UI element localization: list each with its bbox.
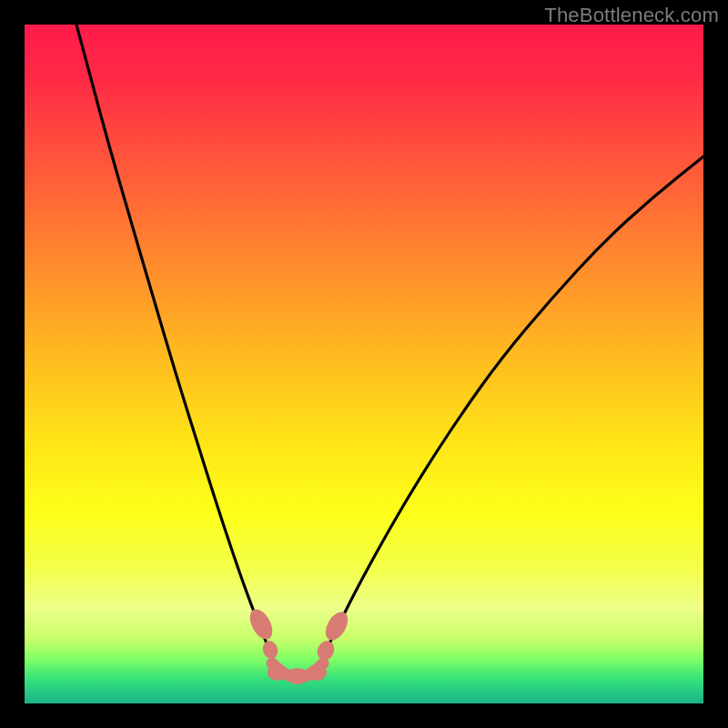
marker-floor-3 xyxy=(307,664,327,681)
outer-black-frame: TheBottleneck.com xyxy=(0,0,728,728)
chart-svg xyxy=(25,25,703,703)
gradient-background xyxy=(25,25,703,703)
marker-floor-1 xyxy=(268,664,288,681)
marker-floor-2 xyxy=(286,668,309,684)
watermark-text: TheBottleneck.com xyxy=(544,4,719,27)
plot-area xyxy=(25,25,703,703)
